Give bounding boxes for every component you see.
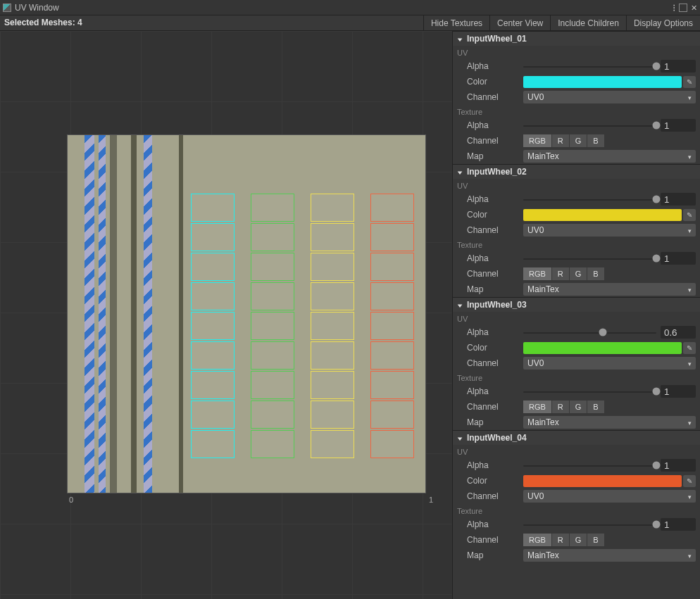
uv-window-icon	[3, 4, 11, 12]
mesh-name: InputWheel_04	[467, 433, 527, 443]
texture-stripe	[99, 135, 106, 493]
eyedropper-icon[interactable]: ✎	[683, 209, 696, 221]
g-button[interactable]: G	[570, 401, 588, 413]
uv-alpha-field[interactable]	[661, 60, 696, 72]
uv-color-swatch[interactable]	[523, 475, 682, 487]
channel-label: Channel	[467, 136, 523, 146]
display-options-button[interactable]: Display Options	[626, 15, 700, 30]
b-button[interactable]: B	[587, 401, 604, 413]
uv-alpha-slider[interactable]	[523, 58, 656, 74]
uv-alpha-field[interactable]	[661, 326, 696, 339]
mesh-header[interactable]: InputWheel_01	[453, 31, 700, 46]
tex-alpha-slider[interactable]	[523, 517, 656, 532]
uv-channel-dropdown[interactable]: UV0	[523, 357, 696, 370]
channel-label: Channel	[467, 225, 523, 235]
mesh-header[interactable]: InputWheel_04	[453, 430, 700, 445]
alpha-label: Alpha	[467, 386, 523, 396]
uv-wireframe-red	[367, 194, 418, 475]
menu-icon[interactable]	[673, 2, 675, 13]
g-button[interactable]: G	[570, 534, 588, 546]
mesh-name: InputWheel_01	[467, 34, 527, 44]
color-label: Color	[467, 343, 523, 353]
uv-alpha-slider[interactable]	[523, 191, 656, 207]
tex-alpha-slider[interactable]	[523, 384, 656, 399]
b-button[interactable]: B	[587, 267, 604, 280]
uv-channel-dropdown[interactable]: UV0	[523, 91, 696, 103]
tex-alpha-slider[interactable]	[523, 251, 656, 266]
r-button[interactable]: R	[552, 534, 570, 546]
r-button[interactable]: R	[552, 401, 570, 413]
alpha-label: Alpha	[467, 460, 523, 470]
g-button[interactable]: G	[570, 134, 588, 147]
eyedropper-icon[interactable]: ✎	[683, 342, 696, 354]
rgb-button[interactable]: RGB	[523, 134, 552, 147]
tex-alpha-field[interactable]	[661, 385, 696, 398]
alpha-label: Alpha	[467, 253, 523, 263]
mesh-name: InputWheel_02	[467, 167, 527, 177]
include-children-button[interactable]: Include Children	[550, 15, 626, 30]
tex-map-dropdown[interactable]: MainTex	[523, 283, 696, 296]
axis-one-label: 1	[429, 496, 433, 504]
r-button[interactable]: R	[552, 134, 570, 147]
eyedropper-icon[interactable]: ✎	[683, 76, 696, 88]
map-label: Map	[467, 151, 523, 161]
channel-label: Channel	[467, 92, 523, 102]
foldout-icon[interactable]	[457, 300, 463, 310]
foldout-icon[interactable]	[457, 34, 463, 44]
center-view-button[interactable]: Center View	[489, 15, 550, 30]
mesh-header[interactable]: InputWheel_03	[453, 297, 700, 312]
texture-stripe	[110, 135, 117, 493]
g-button[interactable]: G	[570, 267, 588, 280]
rgb-button[interactable]: RGB	[523, 401, 552, 413]
r-button[interactable]: R	[552, 267, 570, 280]
texture-stripe	[144, 135, 152, 493]
tex-alpha-field[interactable]	[661, 518, 696, 531]
uv-channel-dropdown[interactable]: UV0	[523, 490, 696, 503]
alpha-label: Alpha	[467, 327, 523, 337]
color-label: Color	[467, 476, 523, 486]
uv-subheader: UV	[453, 179, 700, 191]
foldout-icon[interactable]	[457, 167, 463, 177]
tex-alpha-field[interactable]	[661, 119, 696, 132]
uv-color-swatch[interactable]	[523, 76, 682, 88]
rgb-button[interactable]: RGB	[523, 267, 552, 280]
tex-alpha-field[interactable]	[661, 252, 696, 265]
titlebar: UV Window	[0, 0, 700, 15]
close-icon[interactable]	[691, 3, 697, 13]
channel-label: Channel	[467, 535, 523, 545]
b-button[interactable]: B	[587, 534, 604, 546]
uv-color-swatch[interactable]	[523, 209, 682, 221]
color-label: Color	[467, 210, 523, 220]
uv-subheader: UV	[453, 445, 700, 458]
uv-color-swatch[interactable]	[523, 342, 682, 354]
uv-alpha-slider[interactable]	[523, 458, 656, 473]
tex-channel-buttons: RGB R G B	[523, 134, 604, 147]
uv-alpha-slider[interactable]	[523, 324, 656, 340]
tex-alpha-slider[interactable]	[523, 118, 656, 133]
tex-map-dropdown[interactable]: MainTex	[523, 416, 696, 429]
alpha-label: Alpha	[467, 194, 523, 204]
uv-wireframe-yellow	[307, 194, 358, 475]
uv-viewport[interactable]: 0 1	[0, 31, 452, 599]
toolbar: Selected Meshes: 4 Hide Textures Center …	[0, 15, 700, 31]
b-button[interactable]: B	[587, 134, 604, 147]
channel-label: Channel	[467, 402, 523, 412]
texture-subheader: Texture	[453, 504, 700, 517]
uv-alpha-field[interactable]	[661, 459, 696, 472]
eyedropper-icon[interactable]: ✎	[683, 475, 696, 487]
texture-stripe	[131, 135, 137, 493]
rgb-button[interactable]: RGB	[523, 534, 552, 546]
uv-alpha-field[interactable]	[661, 193, 696, 206]
tex-map-dropdown[interactable]: MainTex	[523, 150, 696, 163]
axis-zero-label: 0	[69, 496, 73, 504]
maximize-icon[interactable]	[679, 4, 687, 12]
color-label: Color	[467, 77, 523, 87]
uv-channel-dropdown[interactable]: UV0	[523, 224, 696, 237]
mesh-header[interactable]: InputWheel_02	[453, 164, 700, 179]
tex-map-dropdown[interactable]: MainTex	[523, 549, 696, 562]
uv-subheader: UV	[453, 312, 700, 324]
foldout-icon[interactable]	[457, 433, 463, 443]
hide-textures-button[interactable]: Hide Textures	[423, 15, 489, 30]
window-title: UV Window	[15, 3, 59, 13]
tex-channel-buttons: RGB R G B	[523, 401, 604, 413]
